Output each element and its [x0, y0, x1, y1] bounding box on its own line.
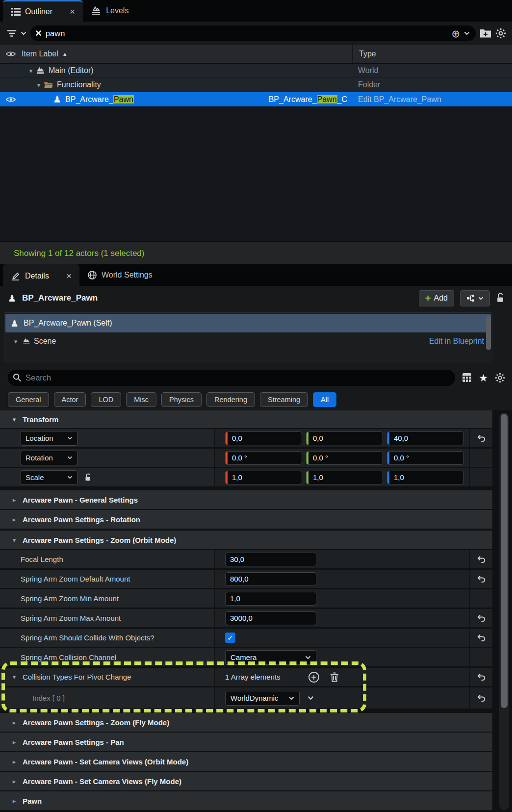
zoom-max-amount-input[interactable]: 3000,0 — [225, 611, 316, 625]
add-filter-icon[interactable]: ⊕ — [451, 28, 460, 39]
edit-blueprint-link[interactable]: Edit BP_Arcware_Pawn — [352, 95, 512, 104]
chevron-down-icon — [288, 696, 294, 700]
location-z-input[interactable]: 40,0 — [387, 431, 464, 445]
zoom-default-amount-input[interactable]: 800,0 — [225, 572, 316, 586]
new-folder-icon[interactable] — [480, 28, 491, 38]
section-zoom-orbit-mode[interactable]: ▾ Arcware Pawn Settings - Zoom (Orbit Mo… — [0, 531, 492, 549]
row-type: World — [352, 66, 512, 75]
pawn-icon: ♟ — [53, 95, 61, 104]
location-x-input[interactable]: 0,0 — [225, 431, 302, 445]
tree-row-functionality[interactable]: ▾ Functionality Folder — [0, 78, 512, 92]
should-collide-checkbox[interactable]: ✓ — [225, 633, 235, 643]
properties-scrollbar[interactable] — [499, 412, 509, 810]
add-array-element-icon[interactable] — [308, 671, 320, 683]
reset-to-default-icon[interactable] — [469, 570, 492, 588]
section-camera-views-orbit[interactable]: ▸ Arcware Pawn - Set Camera Views (Orbit… — [0, 752, 492, 771]
outliner-settings-gear-icon[interactable] — [495, 28, 506, 39]
chip-streaming[interactable]: Streaming — [260, 392, 308, 407]
delete-array-icon[interactable] — [330, 671, 339, 683]
scale-x-input[interactable]: 1,0 — [225, 471, 302, 484]
section-general-settings[interactable]: ▸ Arcware Pawn - General Settings — [0, 490, 492, 509]
tab-world-settings[interactable]: World Settings — [79, 264, 160, 286]
chip-misc[interactable]: Misc — [126, 392, 156, 407]
scale-lock-open-icon[interactable] — [84, 473, 92, 482]
location-y-input[interactable]: 0,0 — [306, 431, 383, 445]
component-row-scene[interactable]: ▾ Scene Edit in Blueprint — [5, 332, 491, 350]
rotation-type-dropdown[interactable]: Rotation — [21, 451, 77, 465]
chip-rendering[interactable]: Rendering — [206, 392, 255, 407]
reset-to-default-icon[interactable] — [469, 687, 492, 709]
chip-general[interactable]: General — [8, 392, 49, 407]
tab-outliner[interactable]: Outliner × — [3, 0, 83, 22]
property-row-zoom-default-amount: Spring Arm Zoom Default Amount 800,0 — [0, 570, 492, 588]
tab-levels[interactable]: Levels — [83, 0, 136, 22]
edit-in-blueprint-link[interactable]: Edit in Blueprint — [429, 337, 491, 346]
reset-to-default-icon[interactable] — [469, 668, 492, 686]
properties-scrollbar-thumb[interactable] — [501, 414, 508, 708]
rotation-y-input[interactable]: 0,0 ° — [306, 451, 383, 465]
scale-z-input[interactable]: 1,0 — [387, 471, 464, 484]
search-icon — [13, 373, 22, 382]
section-zoom-fly-mode[interactable]: ▸ Arcware Pawn Settings - Zoom (Fly Mode… — [0, 713, 492, 732]
expand-caret-icon[interactable]: ▾ — [35, 81, 42, 89]
category-transform[interactable]: ▾ Transform — [0, 410, 492, 428]
index-0-collision-type-dropdown[interactable]: WorldDynamic — [225, 691, 300, 706]
section-pawn[interactable]: ▸ Pawn — [0, 791, 492, 810]
focal-length-input[interactable]: 30,0 — [225, 553, 316, 566]
zoom-min-amount-input[interactable]: 1,0 — [225, 592, 316, 606]
component-row-self[interactable]: ♟ BP_Arcware_Pawn (Self) — [5, 314, 491, 332]
details-settings-gear-icon[interactable] — [495, 373, 505, 383]
lock-open-icon[interactable] — [496, 293, 505, 304]
close-icon[interactable]: × — [70, 7, 75, 16]
scale-y-input[interactable]: 1,0 — [306, 471, 383, 484]
caret-right-icon: ▸ — [11, 719, 18, 726]
column-type[interactable]: Type — [352, 45, 512, 63]
visibility-eye-icon[interactable] — [0, 96, 22, 103]
caret-down-icon[interactable]: ▾ — [11, 673, 18, 681]
column-item-label[interactable]: Item Label ▲ — [22, 50, 352, 58]
section-rotation-settings[interactable]: ▸ Arcware Pawn Settings - Rotation — [0, 510, 492, 529]
tree-row-bp-arcware-pawn[interactable]: ♟ BP_Arcware_Pawn BP_Arcware_Pawn_C Edit… — [0, 92, 512, 106]
visibility-column-eye-icon[interactable] — [0, 51, 22, 57]
reset-to-default-icon[interactable] — [469, 609, 492, 627]
clear-search-icon[interactable]: × — [35, 28, 42, 39]
chip-physics[interactable]: Physics — [161, 392, 202, 407]
display-filter-grid-icon[interactable] — [462, 373, 472, 382]
filter-chevron-icon[interactable] — [21, 31, 26, 35]
filter-icon[interactable] — [7, 29, 17, 37]
section-camera-views-fly[interactable]: ▸ Arcware Pawn - Set Camera Views (Fly M… — [0, 772, 492, 790]
chip-all[interactable]: All — [313, 392, 336, 407]
location-type-dropdown[interactable]: Location — [21, 431, 77, 446]
outliner-search-input[interactable] — [46, 29, 448, 38]
pawn-icon: ♟ — [8, 294, 16, 303]
favorites-star-icon[interactable]: ★ — [479, 373, 488, 383]
scale-type-dropdown[interactable]: Scale — [21, 470, 77, 485]
unreal-editor-panel: Outliner × Levels × ⊕ — [0, 0, 512, 812]
caret-right-icon: ▸ — [11, 797, 18, 805]
array-element-options-chevron-icon[interactable] — [307, 696, 314, 700]
chevron-down-icon — [478, 297, 484, 300]
reset-to-default-icon[interactable] — [469, 550, 492, 568]
details-search-input[interactable] — [26, 373, 449, 382]
section-pan[interactable]: ▸ Arcware Pawn Settings - Pan — [0, 733, 492, 751]
reset-to-default-icon[interactable] — [469, 429, 492, 447]
blueprint-options-button[interactable] — [460, 290, 490, 306]
close-icon[interactable]: × — [66, 271, 72, 280]
tree-row-main-editor[interactable]: ▾ Main (Editor) World — [0, 64, 512, 78]
sort-ascending-icon[interactable]: ▲ — [62, 51, 68, 57]
tab-levels-label: Levels — [106, 6, 128, 15]
chip-actor[interactable]: Actor — [54, 392, 86, 407]
collision-channel-dropdown[interactable]: Camera — [225, 650, 316, 665]
rotation-z-input[interactable]: 0,0 ° — [387, 451, 464, 465]
tab-details[interactable]: Details × — [3, 264, 79, 286]
search-options-chevron-icon[interactable] — [464, 31, 470, 35]
reset-to-default-icon[interactable] — [469, 629, 492, 647]
component-scrollbar[interactable] — [486, 316, 491, 350]
add-component-button[interactable]: + Add — [419, 290, 454, 306]
rotation-x-input[interactable]: 0,0 ° — [225, 451, 302, 465]
expand-caret-icon[interactable]: ▾ — [12, 338, 19, 345]
property-row-location: Location 0,0 0,0 40,0 — [0, 429, 492, 447]
chip-lod[interactable]: LOD — [91, 392, 121, 407]
expand-caret-icon[interactable]: ▾ — [27, 67, 34, 75]
tab-outliner-label: Outliner — [25, 7, 52, 16]
